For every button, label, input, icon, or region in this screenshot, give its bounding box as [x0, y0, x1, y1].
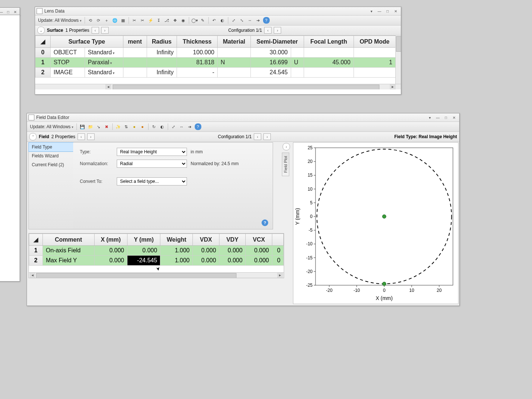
- cell-ment[interactable]: [123, 58, 147, 68]
- col-ment[interactable]: ment: [123, 36, 147, 48]
- minimize-icon[interactable]: —: [376, 8, 383, 14]
- field-titlebar[interactable]: Field Data Editor ▾ — □ ✕: [27, 113, 459, 122]
- cell-opd-mode[interactable]: [354, 68, 395, 78]
- lens-row[interactable]: 0OBJECTStandardInfinity100.00030.000: [35, 48, 396, 58]
- cell-extra[interactable]: 0: [272, 256, 284, 266]
- refresh-cw-icon[interactable]: ⟳: [95, 17, 102, 24]
- col-vdy[interactable]: VDY: [219, 234, 246, 246]
- delete-icon[interactable]: ✖: [103, 123, 110, 130]
- earth-icon[interactable]: ◉: [180, 17, 187, 24]
- cell-semi-flag[interactable]: [291, 68, 304, 78]
- lens-table[interactable]: ◢ Surface Type ment Radius Thickness Mat…: [35, 35, 396, 78]
- down-icon[interactable]: ↧: [156, 17, 162, 24]
- col-material[interactable]: Material: [218, 36, 251, 48]
- cell-weight[interactable]: 1.000: [160, 246, 193, 256]
- cell-material[interactable]: [218, 48, 251, 58]
- arrow-right-icon[interactable]: ➔: [187, 123, 193, 130]
- expand-icon[interactable]: ⤢: [231, 17, 237, 24]
- col-opd-mode[interactable]: OPD Mode: [354, 36, 395, 48]
- col-x[interactable]: X (mm): [94, 234, 127, 246]
- save-icon[interactable]: 💾: [79, 123, 86, 130]
- field-table[interactable]: ◢ Comment X (mm) Y (mm) Weight VDX VDY V…: [29, 233, 284, 266]
- close-icon[interactable]: ✕: [392, 8, 399, 14]
- cell-semi-diameter[interactable]: 24.545: [250, 68, 291, 78]
- grid-icon[interactable]: ▦: [120, 17, 126, 24]
- circle-dropdown-icon[interactable]: ◯▾: [191, 17, 198, 24]
- cell-semi-diameter[interactable]: 30.000: [250, 48, 291, 58]
- help-icon[interactable]: ?: [263, 17, 270, 24]
- expand-plot-button[interactable]: ›: [283, 143, 290, 150]
- maximize-icon[interactable]: □: [384, 8, 391, 14]
- cell-material[interactable]: [218, 68, 251, 78]
- lens-titlebar[interactable]: Lens Data ▾ — □ ✕: [35, 7, 401, 16]
- field-row[interactable]: 1On-axis Field0.0000.0001.0000.0000.0000…: [29, 246, 284, 256]
- cell-radius[interactable]: Infinity: [147, 68, 177, 78]
- cell-radius[interactable]: [147, 58, 177, 68]
- shrink-icon[interactable]: ⤡: [239, 17, 245, 24]
- circle-orange-icon[interactable]: ●: [139, 123, 146, 130]
- swap-icon[interactable]: ↔: [247, 17, 253, 24]
- field-plot-tab[interactable]: Field Plot: [282, 153, 289, 176]
- cell-x[interactable]: 0.000: [94, 246, 127, 256]
- tool-icon[interactable]: ✂: [131, 17, 138, 24]
- field-hscroll[interactable]: ◄ ►: [29, 272, 284, 278]
- lens-row[interactable]: 1STOPParaxial81.818N16.699U45.0001: [35, 58, 396, 68]
- cell-focal-length[interactable]: [304, 68, 354, 78]
- col-thickness[interactable]: Thickness: [177, 36, 217, 48]
- refresh-icon[interactable]: ↻: [151, 123, 157, 130]
- col-vcx[interactable]: VCX: [246, 234, 272, 246]
- close-icon[interactable]: ✕: [12, 9, 18, 15]
- lens-row[interactable]: 2IMAGEStandardInfinity-24.545: [35, 68, 396, 78]
- lens-vscroll[interactable]: [395, 35, 401, 84]
- folder-icon[interactable]: 📁: [87, 123, 94, 130]
- arrow-right-icon[interactable]: ➔: [255, 17, 262, 24]
- col-radius[interactable]: Radius: [147, 36, 177, 48]
- cell-y[interactable]: 0.000: [127, 246, 160, 256]
- toggle-icon[interactable]: ◐: [159, 123, 166, 130]
- cell-material[interactable]: N: [218, 58, 251, 68]
- field-plot[interactable]: -25-20-15-10-50510152025-20-1001020X (mm…: [293, 143, 458, 304]
- bolt-icon[interactable]: ⚡: [147, 17, 154, 24]
- lens-hscroll[interactable]: ◄ ►: [35, 84, 401, 89]
- row-number[interactable]: 1: [29, 246, 43, 256]
- cell-opd-mode[interactable]: [354, 48, 395, 58]
- sidenav-current-field[interactable]: Current Field (2): [29, 160, 73, 169]
- minimize-icon[interactable]: —: [0, 9, 4, 15]
- branch-icon[interactable]: ⎇: [164, 17, 170, 24]
- cell-focal-length[interactable]: 45.000: [304, 58, 354, 68]
- normalization-select[interactable]: Radial: [117, 160, 187, 168]
- collapse-chevron-icon[interactable]: ⌄: [37, 27, 45, 34]
- type-select[interactable]: Real Image Height: [117, 148, 187, 156]
- maximize-icon[interactable]: □: [442, 115, 450, 120]
- cell-thickness[interactable]: 81.818: [177, 58, 217, 68]
- col-vdx[interactable]: VDX: [193, 234, 219, 246]
- update-dropdown[interactable]: Update: All Windows: [29, 124, 74, 129]
- update-dropdown[interactable]: Update: All Windows: [37, 18, 82, 23]
- sort-icon[interactable]: ⇅: [123, 123, 130, 130]
- cell-comment[interactable]: On-axis Field: [43, 246, 95, 256]
- cell-thickness[interactable]: 100.000: [177, 48, 217, 58]
- cell-radius[interactable]: Infinity: [147, 48, 177, 58]
- prev-field-button[interactable]: ‹: [78, 133, 85, 140]
- cell-vdx[interactable]: 0.000: [193, 246, 219, 256]
- arrow-icon[interactable]: ↘: [95, 123, 102, 130]
- col-surface-type[interactable]: Surface Type: [51, 36, 123, 48]
- swap-icon[interactable]: ↔: [178, 123, 185, 130]
- cell-comment[interactable]: Max Field Y: [43, 256, 95, 266]
- cell-vdx[interactable]: 0.000: [193, 256, 219, 266]
- corner-header[interactable]: ◢: [35, 36, 51, 48]
- tool2-icon[interactable]: ✂: [139, 17, 146, 24]
- refresh-ccw-icon[interactable]: ⟲: [87, 17, 94, 24]
- prev-surface-button[interactable]: ‹: [92, 27, 99, 34]
- cell-ment[interactable]: [123, 68, 147, 78]
- chevron-down-icon[interactable]: ▾: [368, 8, 375, 14]
- cell-y[interactable]: -24.545: [127, 256, 160, 266]
- cell-type[interactable]: Paraxial: [85, 58, 123, 68]
- globe-icon[interactable]: 🌐: [112, 17, 118, 24]
- cell-vdy[interactable]: 0.000: [219, 246, 246, 256]
- col-y[interactable]: Y (mm): [127, 234, 160, 246]
- leaf-icon[interactable]: ❖: [172, 17, 178, 24]
- prev-config-button[interactable]: ‹: [264, 27, 272, 34]
- row-number[interactable]: 2: [35, 68, 51, 78]
- close-icon[interactable]: ✕: [450, 115, 458, 120]
